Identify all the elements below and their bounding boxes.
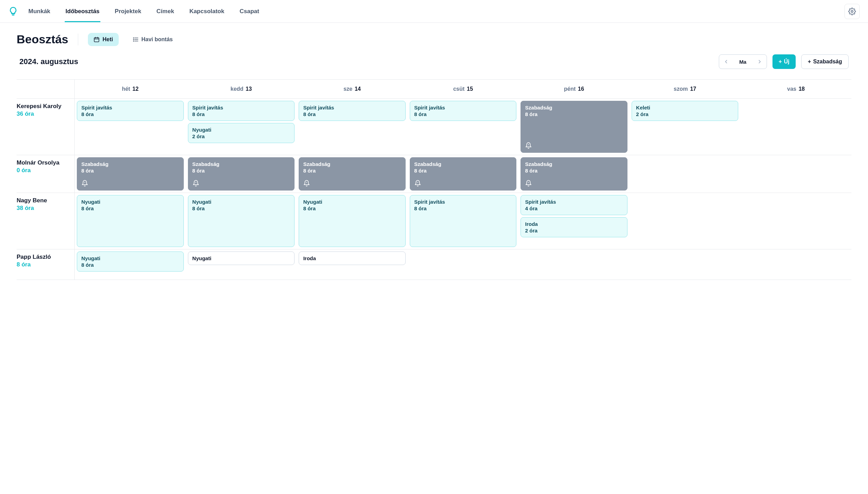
schedule-card[interactable]: Nyugati: [188, 252, 295, 265]
card-title: Szabadság: [192, 161, 290, 167]
day-cell[interactable]: [630, 249, 741, 280]
schedule-card[interactable]: Nyugati8 óra: [77, 252, 184, 272]
day-cell[interactable]: Nyugati8 óra: [297, 193, 408, 249]
prev-week-button[interactable]: [719, 54, 733, 69]
person-name: Kerepesi Karoly: [17, 103, 72, 110]
day-cell[interactable]: Spirit javítás4 óraIroda2 óra: [518, 193, 630, 249]
schedule-card[interactable]: Nyugati8 óra: [77, 195, 184, 247]
day-cell[interactable]: Spirit javítás8 óra: [75, 99, 186, 155]
nav-item[interactable]: Kapcsolatok: [189, 1, 225, 22]
day-cell[interactable]: Nyugati8 óra: [75, 193, 186, 249]
calendar-icon: [93, 36, 100, 43]
day-cell[interactable]: Spirit javítás8 óra: [408, 99, 519, 155]
gear-icon: [848, 8, 856, 15]
day-cell[interactable]: [518, 249, 630, 280]
day-cell[interactable]: [740, 249, 851, 280]
row-header: Kerepesi Karoly 36 óra: [17, 99, 75, 155]
card-title: Szabadság: [303, 161, 401, 167]
card-title: Spirit javítás: [192, 105, 290, 111]
schedule-card[interactable]: Iroda2 óra: [521, 217, 627, 237]
card-hours: 8 óra: [303, 111, 401, 117]
plus-icon: +: [808, 59, 811, 65]
svg-text:z: z: [306, 181, 307, 183]
schedule-card[interactable]: Spirit javítás8 óra: [188, 101, 295, 121]
card-hours: 8 óra: [81, 262, 179, 268]
plus-icon: +: [779, 59, 782, 65]
schedule-card[interactable]: Nyugati8 óra: [299, 195, 406, 247]
card-title: Nyugati: [192, 255, 290, 261]
row-header: Molnár Orsolya 0 óra: [17, 155, 75, 193]
day-header: kedd 13: [186, 80, 297, 98]
chevron-right-icon: [757, 59, 762, 64]
card-title: Spirit javítás: [414, 105, 512, 111]
schedule-card[interactable]: Szabadság8 óraz: [77, 157, 184, 191]
day-cell[interactable]: Spirit javítás8 óra: [297, 99, 408, 155]
schedule-row: Kerepesi Karoly 36 óraSpirit javítás8 ór…: [17, 99, 851, 155]
view-weekly-button[interactable]: Heti: [88, 33, 118, 46]
schedule-card[interactable]: Spirit javítás8 óra: [410, 101, 517, 121]
row-header: Nagy Bene 38 óra: [17, 193, 75, 249]
today-button[interactable]: Ma: [733, 59, 753, 65]
nav-item[interactable]: Projektek: [114, 1, 142, 22]
day-cell[interactable]: Nyugati8 óra: [75, 249, 186, 280]
snooze-icon: z: [525, 142, 623, 149]
day-cell[interactable]: Szabadság8 óraz: [518, 99, 630, 155]
day-cell[interactable]: [740, 155, 851, 193]
next-week-button[interactable]: [753, 54, 767, 69]
day-cell[interactable]: Szabadság8 óraz: [408, 155, 519, 193]
snooze-icon: z: [81, 180, 179, 187]
day-cell[interactable]: [630, 193, 741, 249]
card-hours: 8 óra: [525, 168, 623, 174]
svg-text:z: z: [195, 181, 196, 183]
nav-item[interactable]: Időbeosztás: [65, 1, 100, 22]
schedule-card[interactable]: Spirit javítás8 óra: [77, 101, 184, 121]
schedule-card[interactable]: Spirit javítás8 óra: [299, 101, 406, 121]
day-header: hét 12: [75, 80, 186, 98]
schedule-card[interactable]: Szabadság8 óraz: [410, 157, 517, 191]
schedule-card[interactable]: Spirit javítás4 óra: [521, 195, 627, 215]
day-cell[interactable]: [630, 155, 741, 193]
svg-text:z: z: [528, 181, 529, 183]
nav-item[interactable]: Munkák: [28, 1, 51, 22]
card-hours: 8 óra: [192, 205, 290, 211]
new-button[interactable]: + Új: [772, 54, 796, 69]
schedule-card[interactable]: Szabadság8 óraz: [299, 157, 406, 191]
day-cell[interactable]: [408, 249, 519, 280]
view-weekly-label: Heti: [102, 36, 113, 43]
person-name: Papp László: [17, 254, 72, 261]
day-cell[interactable]: Nyugati8 óra: [186, 193, 297, 249]
card-title: Nyugati: [303, 199, 401, 205]
schedule-card[interactable]: Spirit javítás8 óra: [410, 195, 517, 247]
day-cell[interactable]: Spirit javítás8 óraNyugati2 óra: [186, 99, 297, 155]
schedule-card[interactable]: Szabadság8 óraz: [188, 157, 295, 191]
day-cell[interactable]: Szabadság8 óraz: [297, 155, 408, 193]
vacation-button[interactable]: + Szabadság: [801, 54, 849, 69]
person-hours: 8 óra: [17, 261, 72, 268]
vacation-button-label: Szabadság: [813, 59, 842, 65]
person-hours: 0 óra: [17, 167, 72, 174]
nav-item[interactable]: Címek: [156, 1, 175, 22]
day-cell[interactable]: Szabadság8 óraz: [186, 155, 297, 193]
view-monthly-button[interactable]: Havi bontás: [127, 33, 179, 46]
day-cell[interactable]: Szabadság8 óraz: [75, 155, 186, 193]
schedule-card[interactable]: Szabadság8 óraz: [521, 101, 627, 153]
day-cell[interactable]: Spirit javítás8 óra: [408, 193, 519, 249]
schedule-card[interactable]: Nyugati8 óra: [188, 195, 295, 247]
nav-item[interactable]: Csapat: [239, 1, 260, 22]
app-logo: [8, 7, 18, 16]
day-cell[interactable]: Iroda: [297, 249, 408, 280]
card-hours: 4 óra: [525, 205, 623, 211]
day-cell[interactable]: [740, 99, 851, 155]
schedule-card[interactable]: Nyugati2 óra: [188, 123, 295, 143]
day-cell[interactable]: [740, 193, 851, 249]
svg-point-0: [851, 10, 853, 12]
day-cell[interactable]: Szabadság8 óraz: [518, 155, 630, 193]
schedule-card[interactable]: Szabadság8 óraz: [521, 157, 627, 191]
schedule-card[interactable]: Iroda: [299, 252, 406, 265]
svg-text:z: z: [84, 181, 85, 183]
schedule-card[interactable]: Keleti2 óra: [632, 101, 739, 121]
day-cell[interactable]: Keleti2 óra: [630, 99, 741, 155]
day-cell[interactable]: Nyugati: [186, 249, 297, 280]
snooze-icon: z: [414, 180, 512, 187]
settings-button[interactable]: [844, 4, 860, 19]
